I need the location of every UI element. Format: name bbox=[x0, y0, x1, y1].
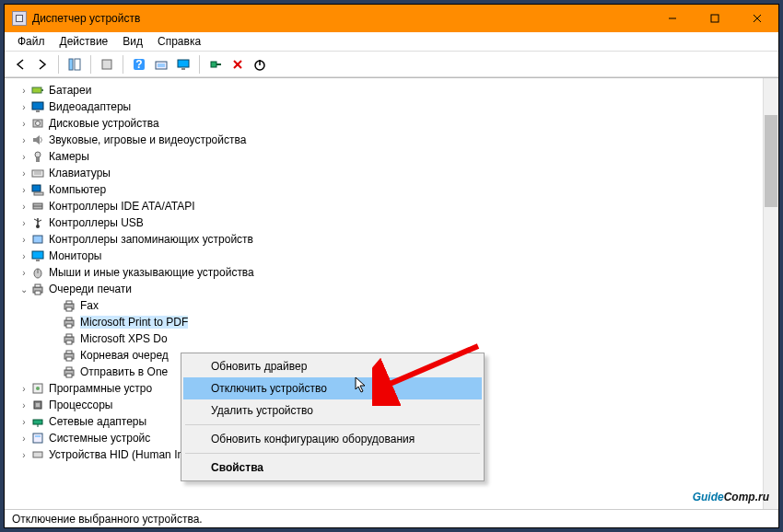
svg-rect-65 bbox=[33, 420, 42, 424]
expand-icon[interactable]: › bbox=[18, 135, 30, 145]
expand-icon[interactable]: › bbox=[18, 185, 30, 195]
expand-icon[interactable]: › bbox=[18, 417, 30, 427]
tree-node[interactable]: ›Дисковые устройства bbox=[29, 115, 778, 132]
help-icon: ? bbox=[133, 58, 146, 71]
node-icon bbox=[30, 399, 45, 411]
properties-sheet-button[interactable] bbox=[97, 54, 117, 75]
help-button[interactable]: ? bbox=[129, 54, 149, 75]
toolbar-separator bbox=[90, 55, 91, 74]
node-icon bbox=[30, 183, 45, 196]
svg-rect-53 bbox=[66, 334, 72, 337]
device-tree-panel[interactable]: ›Батареи›Видеоадаптеры›Дисковые устройст… bbox=[5, 77, 778, 509]
node-icon bbox=[30, 150, 45, 163]
network-icon bbox=[31, 415, 44, 428]
expand-icon[interactable]: › bbox=[18, 152, 30, 162]
expand-icon[interactable]: › bbox=[18, 102, 30, 112]
tree-node[interactable]: Fax bbox=[58, 297, 778, 314]
maximize-button[interactable] bbox=[694, 5, 736, 32]
node-icon bbox=[30, 100, 45, 113]
node-label: Видеоадаптеры bbox=[49, 100, 131, 113]
tree-node[interactable]: ›Звуковые, игровые и видеоустройства bbox=[29, 132, 778, 148]
close-button[interactable] bbox=[736, 5, 778, 32]
tree-node[interactable]: ›Камеры bbox=[29, 148, 778, 165]
tree-node[interactable]: ›Видеоадаптеры bbox=[29, 98, 778, 115]
expand-icon[interactable]: › bbox=[18, 434, 30, 444]
node-label: Системные устройс bbox=[49, 432, 150, 445]
node-label: Компьютер bbox=[49, 183, 106, 196]
minimize-icon bbox=[668, 14, 677, 23]
show-hide-tree-button[interactable] bbox=[64, 54, 85, 75]
node-label: Клавиатуры bbox=[49, 167, 111, 179]
expand-icon[interactable]: › bbox=[18, 218, 30, 228]
expand-icon[interactable]: › bbox=[18, 119, 30, 129]
svg-rect-12 bbox=[181, 68, 185, 70]
titlebar[interactable]: Диспетчер устройств bbox=[5, 5, 778, 32]
svg-point-62 bbox=[36, 387, 40, 390]
context-menu-item[interactable]: Свойства bbox=[183, 457, 482, 479]
node-icon bbox=[30, 216, 45, 229]
tree-node[interactable]: ›Компьютер bbox=[29, 181, 778, 198]
tree-node[interactable]: ›Контроллеры USB bbox=[29, 214, 778, 231]
tree-node[interactable]: ›Мониторы bbox=[29, 248, 778, 264]
monitor-icon bbox=[177, 58, 190, 71]
expand-icon[interactable]: › bbox=[18, 450, 30, 460]
expand-icon[interactable]: › bbox=[18, 86, 30, 96]
node-label: Контроллеры USB bbox=[49, 216, 144, 229]
node-icon bbox=[30, 84, 45, 97]
menu-file[interactable]: Файл bbox=[10, 33, 53, 50]
expand-icon[interactable]: › bbox=[18, 384, 30, 394]
forward-button[interactable] bbox=[32, 54, 53, 75]
uninstall-device-button[interactable] bbox=[228, 54, 248, 75]
expand-icon[interactable]: › bbox=[18, 168, 30, 179]
tree-node[interactable]: ›Клавиатуры bbox=[29, 165, 778, 181]
tree-node[interactable]: ›Контроллеры IDE ATA/ATAPI bbox=[29, 198, 778, 214]
expand-icon[interactable]: › bbox=[18, 202, 30, 212]
node-icon bbox=[30, 200, 45, 213]
svg-rect-22 bbox=[36, 110, 40, 112]
expand-icon[interactable]: › bbox=[18, 400, 30, 411]
tree-node[interactable]: ›Батареи bbox=[29, 82, 778, 98]
menu-help[interactable]: Справка bbox=[150, 33, 208, 50]
enable-device-button[interactable] bbox=[205, 54, 226, 75]
tree-node[interactable]: Microsoft Print to PDF bbox=[58, 314, 778, 330]
tree-node[interactable]: ›Мыши и иные указывающие устройства bbox=[29, 264, 778, 281]
svg-rect-39 bbox=[32, 251, 43, 259]
menu-view[interactable]: Вид bbox=[115, 33, 150, 50]
sound-icon bbox=[31, 133, 44, 146]
monitor-icon bbox=[31, 249, 44, 262]
collapse-icon[interactable]: ⌄ bbox=[18, 284, 30, 295]
expand-icon[interactable]: › bbox=[18, 251, 30, 261]
back-button[interactable] bbox=[10, 54, 30, 75]
back-icon bbox=[14, 58, 27, 71]
context-menu-item[interactable]: Обновить конфигурацию оборудования bbox=[183, 428, 482, 450]
svg-rect-6 bbox=[102, 60, 111, 69]
printer-icon bbox=[63, 365, 76, 378]
expand-icon[interactable]: › bbox=[18, 235, 30, 245]
scan-hardware-button[interactable] bbox=[151, 54, 171, 75]
menu-action[interactable]: Действие bbox=[53, 33, 116, 50]
svg-rect-5 bbox=[75, 59, 80, 70]
svg-rect-45 bbox=[35, 291, 41, 295]
minimize-button[interactable] bbox=[651, 5, 694, 32]
window-controls bbox=[651, 5, 778, 32]
node-icon bbox=[62, 316, 76, 329]
svg-rect-11 bbox=[178, 60, 189, 67]
tree-node[interactable]: ⌄Очереди печати bbox=[29, 281, 778, 297]
mouse-icon bbox=[31, 266, 44, 279]
toolbar-separator bbox=[58, 55, 59, 74]
svg-rect-59 bbox=[66, 367, 72, 370]
printer-icon bbox=[63, 349, 76, 362]
svg-rect-47 bbox=[66, 301, 72, 304]
node-icon bbox=[30, 233, 45, 246]
disable-device-button[interactable] bbox=[250, 54, 270, 75]
node-icon bbox=[30, 249, 45, 262]
svg-rect-38 bbox=[33, 236, 42, 243]
update-driver-button[interactable] bbox=[173, 54, 193, 75]
svg-rect-56 bbox=[66, 351, 72, 353]
svg-rect-67 bbox=[33, 434, 42, 443]
node-label: Fax bbox=[80, 299, 99, 312]
svg-rect-13 bbox=[211, 62, 216, 67]
expand-icon[interactable]: › bbox=[18, 268, 30, 278]
tree-node[interactable]: ›Контроллеры запоминающих устройств bbox=[29, 231, 778, 248]
svg-rect-48 bbox=[66, 307, 72, 311]
